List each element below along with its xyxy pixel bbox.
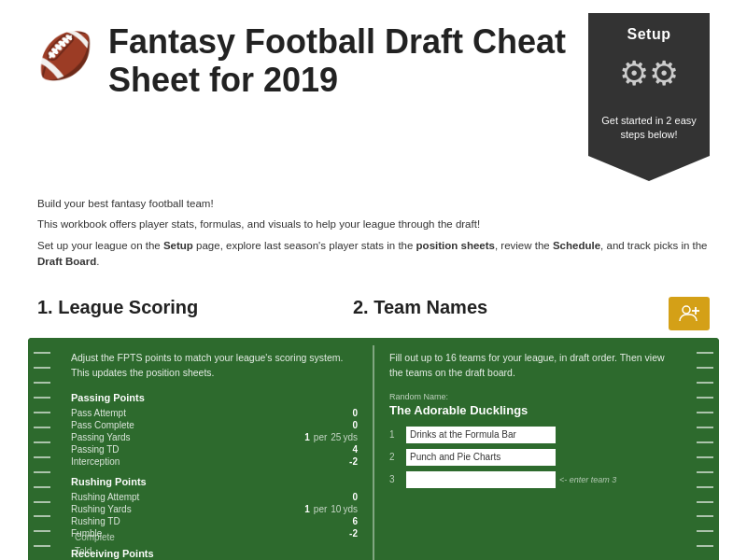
yard-line bbox=[34, 501, 50, 503]
rushing-yards-row: Rushing Yards 1 per 10 yds bbox=[71, 504, 358, 514]
passing-header: Passing Points bbox=[71, 392, 358, 403]
yard-line bbox=[34, 412, 50, 413]
football-icon: 🏈 bbox=[37, 30, 93, 82]
rushing-yards-label: Rushing Yards bbox=[71, 504, 291, 514]
passing-yards-per: per bbox=[314, 432, 327, 442]
team-3-hint: <- enter team 3 bbox=[559, 475, 616, 484]
football-field: Adjust the FPTS points to match your lea… bbox=[28, 338, 719, 560]
fumble-value[interactable]: -2 bbox=[339, 528, 358, 539]
scoring-section-header: 1. League Scoring bbox=[37, 297, 353, 330]
complete-told-area: Complete Told bbox=[75, 530, 115, 558]
rushing-td-label: Rushing TD bbox=[71, 516, 339, 526]
team-2-number: 2 bbox=[389, 452, 402, 462]
intro-line3: Set up your league on the Setup page, ex… bbox=[37, 238, 710, 271]
team-2-entry: 2 bbox=[389, 449, 676, 466]
team-3-number: 3 bbox=[389, 474, 402, 484]
passing-yards-unit: yds bbox=[343, 432, 358, 442]
position-link[interactable]: position sheets bbox=[416, 240, 495, 251]
told-label: Told bbox=[75, 544, 115, 558]
pass-complete-value[interactable]: 0 bbox=[339, 420, 358, 430]
scoring-description: Adjust the FPTS points to match your lea… bbox=[71, 351, 358, 381]
rushing-yards-per: per bbox=[314, 504, 327, 514]
passing-yards-value[interactable]: 1 bbox=[291, 432, 310, 442]
yard-line-right bbox=[697, 456, 713, 458]
passing-td-label: Passing TD bbox=[71, 444, 339, 455]
rushing-attempt-label: Rushing Attempt bbox=[71, 492, 339, 502]
team-1-entry: 1 bbox=[389, 427, 676, 443]
yard-line-right bbox=[697, 441, 713, 443]
yard-line-right bbox=[697, 352, 713, 354]
intro-line1: Build your best fantasy football team! bbox=[37, 196, 710, 212]
yard-line-right bbox=[697, 515, 713, 517]
rushing-header: Rushing Points bbox=[71, 476, 358, 487]
yard-line-right bbox=[697, 530, 713, 532]
rushing-td-row: Rushing TD 6 bbox=[71, 516, 358, 526]
setup-link[interactable]: Setup bbox=[163, 240, 193, 251]
setup-badge-description: Get started in 2 easy steps below! bbox=[598, 114, 700, 143]
svg-point-0 bbox=[683, 306, 690, 314]
passing-td-row: Passing TD 4 bbox=[71, 444, 358, 455]
yard-line bbox=[34, 486, 50, 488]
field-markings-right bbox=[691, 338, 719, 560]
gear-icon: ⚙⚙ bbox=[619, 54, 679, 93]
yard-line bbox=[34, 427, 50, 428]
field-content: Adjust the FPTS points to match your lea… bbox=[56, 338, 691, 560]
yard-line-right bbox=[697, 397, 713, 399]
setup-badge-title: Setup bbox=[627, 26, 671, 43]
pass-attempt-row: Pass Attempt 0 bbox=[71, 408, 358, 418]
intro-line2: This workbook offers player stats, formu… bbox=[37, 217, 710, 232]
yard-line bbox=[34, 471, 50, 473]
yard-line-right bbox=[697, 382, 713, 384]
rushing-td-value[interactable]: 6 bbox=[339, 516, 358, 526]
section-headers: 1. League Scoring 2. Team Names bbox=[0, 284, 747, 338]
scoring-column: Adjust the FPTS points to match your lea… bbox=[56, 338, 373, 560]
pass-complete-row: Pass Complete 0 bbox=[71, 420, 358, 430]
pass-attempt-value[interactable]: 0 bbox=[339, 408, 358, 418]
yard-line bbox=[34, 515, 50, 517]
team-3-input[interactable] bbox=[406, 471, 556, 488]
setup-badge: Setup ⚙⚙ Get started in 2 easy steps bel… bbox=[588, 13, 710, 181]
rushing-yards-value[interactable]: 1 bbox=[291, 504, 310, 514]
yard-line-right bbox=[697, 471, 713, 473]
pass-attempt-label: Pass Attempt bbox=[71, 408, 339, 418]
yard-line bbox=[34, 530, 50, 532]
passing-yards-num: 25 bbox=[331, 432, 341, 442]
schedule-link[interactable]: Schedule bbox=[553, 240, 600, 251]
yard-line-right bbox=[697, 367, 713, 369]
random-name-value: The Adorable Ducklings bbox=[389, 403, 676, 417]
pass-complete-label: Pass Complete bbox=[71, 420, 339, 430]
yard-line bbox=[34, 367, 50, 369]
team-1-number: 1 bbox=[389, 429, 402, 440]
rushing-yards-num: 10 bbox=[331, 504, 341, 514]
interception-value[interactable]: -2 bbox=[339, 456, 358, 467]
passing-td-value[interactable]: 4 bbox=[339, 444, 358, 455]
yard-line-right bbox=[697, 545, 713, 547]
yard-line bbox=[34, 352, 50, 354]
rushing-attempt-value[interactable]: 0 bbox=[339, 492, 358, 502]
yard-line-right bbox=[697, 486, 713, 488]
complete-label: Complete bbox=[75, 530, 115, 544]
draft-board-link[interactable]: Draft Board bbox=[37, 256, 96, 267]
yard-line-right bbox=[697, 501, 713, 503]
field-markings-left bbox=[28, 338, 56, 560]
add-team-icon[interactable] bbox=[669, 297, 710, 330]
yard-line-right bbox=[697, 427, 713, 428]
random-name-label: Random Name: bbox=[389, 392, 676, 401]
page-title: Fantasy Football Draft Cheat Sheet for 2… bbox=[108, 22, 588, 100]
rushing-attempt-row: Rushing Attempt 0 bbox=[71, 492, 358, 502]
team-2-input[interactable] bbox=[406, 449, 556, 466]
yard-line bbox=[34, 545, 50, 547]
team-1-input[interactable] bbox=[406, 427, 556, 443]
rushing-yards-unit: yds bbox=[343, 504, 358, 514]
intro-section: Build your best fantasy football team! T… bbox=[0, 196, 747, 284]
teams-column: Fill out up to 16 teams for your league,… bbox=[374, 338, 691, 560]
teams-description: Fill out up to 16 teams for your league,… bbox=[389, 351, 676, 381]
passing-yards-label: Passing Yards bbox=[71, 432, 291, 442]
passing-yards-row: Passing Yards 1 per 25 yds bbox=[71, 432, 358, 442]
yard-line-right bbox=[697, 412, 713, 413]
interception-label: Interception bbox=[71, 456, 339, 467]
teams-section-header: 2. Team Names bbox=[353, 297, 669, 330]
interception-row: Interception -2 bbox=[71, 456, 358, 467]
yard-line bbox=[34, 441, 50, 443]
yard-line bbox=[34, 382, 50, 384]
